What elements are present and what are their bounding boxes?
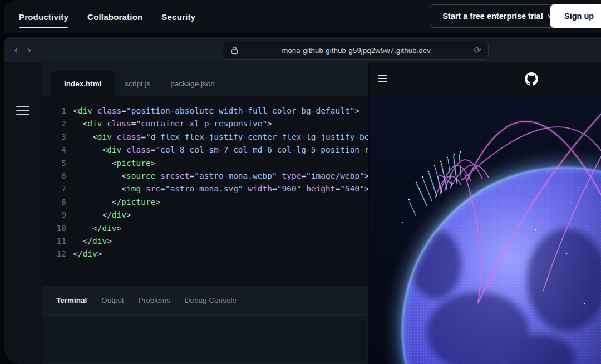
code-editor[interactable]: 1<div class="position-absolute width-ful… [42,96,368,286]
back-icon[interactable]: ‹ [14,45,18,55]
tab-output[interactable]: Output [101,296,124,304]
code-line: 6 <source srcset="astro-mona.webp" type=… [42,170,368,183]
start-trial-button[interactable]: Start a free enterprise trial › [430,4,563,28]
globe-visualization [369,96,601,364]
code-line: 12</div> [42,248,368,260]
tab-script-js[interactable]: script.js [115,71,161,96]
code-line: 2 <div class="container-xl p-responsive"… [42,117,368,130]
editor-sidebar [4,62,42,364]
nav-links: Productivity Collaboration Security [19,12,195,22]
browser-chrome: ‹ › mona-github-github-g59jpq2w5w7.githu… [4,37,601,62]
code-line: 9 </div> [42,209,368,222]
url-text: mona-github-github-g59jpq2w5w7.github.de… [238,46,474,55]
code-line: 4 <div class="col-8 col-sm-7 col-md-6 co… [42,144,368,156]
browser-window: ‹ › mona-github-github-g59jpq2w5w7.githu… [4,37,601,364]
editor-tabbar: index.html script.js package.json [42,62,368,96]
start-trial-label: Start a free enterprise trial [442,12,543,21]
tab-package-json[interactable]: package.json [160,71,225,96]
tab-terminal[interactable]: Terminal [56,296,87,304]
preview-header [369,62,601,96]
terminal-tabs: Terminal Output Problems Debug Console [42,286,368,304]
code-line: 1<div class="position-absolute width-ful… [42,105,368,117]
tab-debug-console[interactable]: Debug Console [185,296,237,304]
refresh-icon[interactable]: ⟲ [474,45,481,55]
editor-column: index.html script.js package.json 1<div … [42,62,368,364]
globe-scene [369,96,601,364]
terminal-content[interactable] [42,315,367,362]
nav-item-productivity[interactable]: Productivity [19,12,68,22]
forward-icon[interactable]: › [28,45,31,55]
code-line: 11 </div> [42,235,368,248]
preview-menu-icon[interactable] [378,75,387,85]
nav-item-collaboration[interactable]: Collaboration [87,12,142,22]
tab-index-html[interactable]: index.html [51,71,115,96]
main-area: index.html script.js package.json 1<div … [4,62,601,364]
url-bar[interactable]: mona-github-github-g59jpq2w5w7.github.de… [223,41,489,60]
tab-problems[interactable]: Problems [139,296,170,304]
code-line: 10 </div> [42,222,368,235]
menu-icon[interactable] [16,106,29,117]
preview-column [368,62,601,364]
github-logo-icon[interactable] [525,72,538,86]
code-line: 3 <div class="d-flex flex-justify-center… [42,131,368,144]
terminal-panel: Terminal Output Problems Debug Console [42,286,368,364]
top-navigation: Productivity Collaboration Security Star… [4,0,601,33]
sign-up-button[interactable]: Sign up [550,4,601,28]
padlock-icon [231,46,238,55]
code-line: 8 </picture> [42,196,368,209]
code-line: 5 <picture> [42,157,368,170]
code-line: 7 <img src="astro-mona.svg" width="960" … [42,183,368,195]
nav-item-security[interactable]: Security [161,12,195,22]
